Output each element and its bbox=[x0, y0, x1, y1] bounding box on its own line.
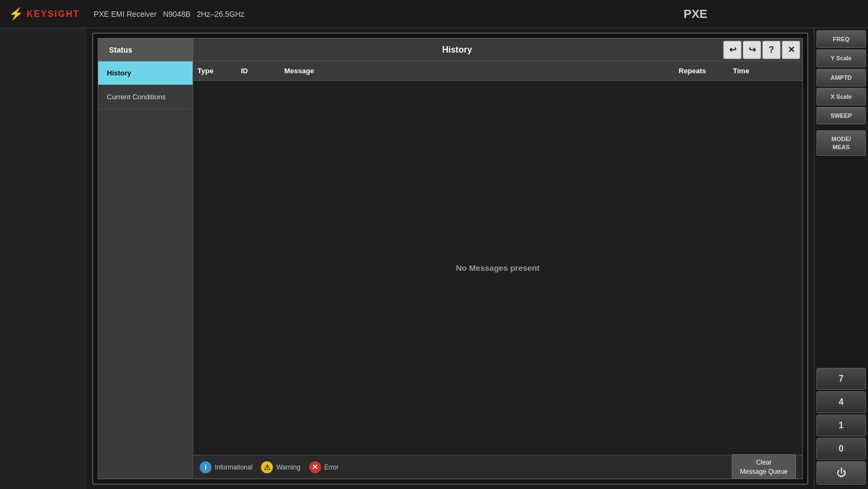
dialog-content: History Current Conditions Type ID Messa… bbox=[98, 61, 802, 479]
mode-meas-button[interactable]: MODE/MEAS bbox=[816, 130, 866, 156]
numpad-7[interactable]: 7 bbox=[816, 368, 866, 390]
logo-area: ⚡ KEYSIGHT PXE EMI Receiver N9048B 2Hz–2… bbox=[9, 7, 245, 21]
main-layout: Status History ↩ ↪ ? ✕ History bbox=[0, 28, 868, 489]
amptd-button[interactable]: AMPTD bbox=[816, 69, 866, 86]
warning-icon: ⚠ bbox=[261, 461, 273, 473]
left-panel bbox=[0, 28, 87, 489]
sidebar-item-history[interactable]: History bbox=[98, 61, 193, 85]
numpad-4[interactable]: 4 bbox=[816, 391, 866, 413]
info-label: Informational bbox=[215, 463, 252, 471]
close-button[interactable]: ✕ bbox=[782, 41, 800, 59]
info-icon: i bbox=[200, 461, 212, 473]
freq-button[interactable]: FREQ bbox=[816, 30, 866, 48]
col-repeats: Repeats bbox=[679, 67, 733, 75]
legend-info: i Informational bbox=[200, 461, 252, 473]
error-label: Error bbox=[324, 463, 339, 471]
instrument-title: PXE EMI Receiver N9048B 2Hz–26.5GHz bbox=[94, 10, 245, 18]
col-id: ID bbox=[241, 67, 284, 75]
table-header: Type ID Message Repeats Time bbox=[193, 61, 802, 81]
col-message: Message bbox=[284, 67, 679, 75]
sidebar: History Current Conditions bbox=[98, 61, 193, 479]
table-body: No Messages present bbox=[193, 81, 802, 455]
undo-button[interactable]: ↩ bbox=[723, 41, 742, 59]
legend-error: ✕ Error bbox=[309, 461, 339, 473]
status-tab: Status bbox=[98, 39, 193, 61]
dialog: Status History ↩ ↪ ? ✕ History bbox=[98, 38, 803, 479]
col-time: Time bbox=[733, 67, 798, 75]
power-button[interactable]: ⏻ bbox=[816, 461, 866, 485]
no-messages-label: No Messages present bbox=[456, 263, 539, 272]
main-content: Type ID Message Repeats Time No Messages… bbox=[193, 61, 802, 479]
pxe-label: PXE bbox=[684, 7, 707, 21]
numpad-0[interactable]: 0 bbox=[816, 438, 866, 460]
sidebar-item-current-conditions[interactable]: Current Conditions bbox=[98, 85, 193, 109]
numpad-1[interactable]: 1 bbox=[816, 415, 866, 436]
yscale-button[interactable]: Y Scale bbox=[816, 49, 866, 67]
top-bar: ⚡ KEYSIGHT PXE EMI Receiver N9048B 2Hz–2… bbox=[0, 0, 868, 28]
logo-text: KEYSIGHT bbox=[27, 9, 80, 19]
status-bar: i Informational ⚠ Warning ✕ Error bbox=[193, 455, 802, 479]
col-type: Type bbox=[197, 67, 241, 75]
help-button[interactable]: ? bbox=[762, 41, 781, 59]
dialog-title-bar: Status History ↩ ↪ ? ✕ bbox=[98, 39, 802, 61]
right-panel: FREQ Y Scale AMPTD X Scale SWEEP MODE/ME… bbox=[814, 28, 868, 489]
error-icon: ✕ bbox=[309, 461, 321, 473]
warning-label: Warning bbox=[276, 463, 300, 471]
status-legend: i Informational ⚠ Warning ✕ Error bbox=[200, 461, 723, 473]
history-title: History bbox=[193, 39, 721, 61]
dialog-controls: ↩ ↪ ? ✕ bbox=[721, 39, 802, 61]
logo-icon: ⚡ bbox=[9, 7, 23, 21]
numpad: 7 4 1 0 ⏻ bbox=[816, 368, 866, 487]
keysight-logo: ⚡ KEYSIGHT bbox=[9, 7, 80, 21]
screen-bezel: Status History ↩ ↪ ? ✕ History bbox=[92, 33, 808, 485]
sweep-button[interactable]: SWEEP bbox=[816, 107, 866, 124]
screen-area: Status History ↩ ↪ ? ✕ History bbox=[87, 28, 814, 489]
redo-button[interactable]: ↪ bbox=[743, 41, 761, 59]
clear-message-queue-button[interactable]: Clear Message Queue bbox=[732, 454, 796, 479]
legend-warning: ⚠ Warning bbox=[261, 461, 300, 473]
xscale-button[interactable]: X Scale bbox=[816, 88, 866, 105]
